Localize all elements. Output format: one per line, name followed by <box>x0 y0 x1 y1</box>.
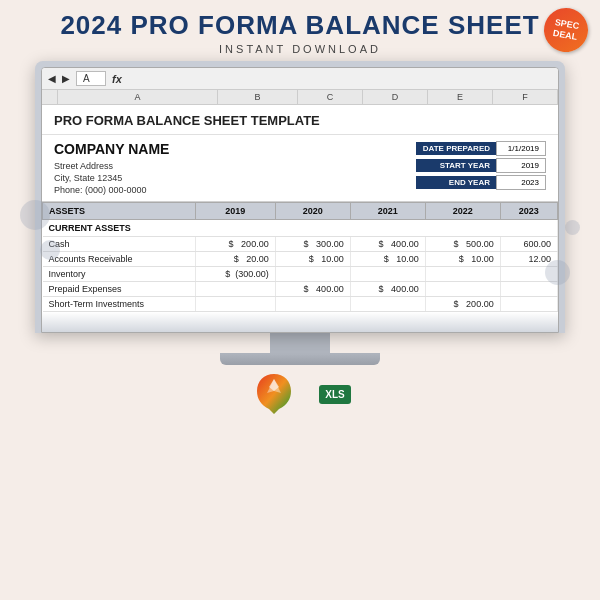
ar-2020: $ 10.00 <box>275 252 350 267</box>
sheet-title: PRO FORMA BALANCE SHEET TEMPLATE <box>42 105 558 135</box>
prepaid-2019 <box>195 282 275 297</box>
col-header-d: D <box>363 90 428 104</box>
monitor-screen: ◀ ▶ A fx A B C D E F G PRO FORMA BALANCE… <box>41 67 559 333</box>
inventory-label: Inventory <box>43 267 196 282</box>
company-info-right: DATE PREPARED 1/1/2019 START YEAR 2019 E… <box>416 141 546 195</box>
xlsx-badge: XLS <box>319 385 350 404</box>
decorative-dot <box>545 260 570 285</box>
prepaid-2022 <box>425 282 500 297</box>
cash-label: Cash <box>43 237 196 252</box>
year-2021-header: 2021 <box>350 203 425 220</box>
cash-2023: 600.00 <box>500 237 557 252</box>
decorative-dot <box>20 200 50 230</box>
prepaid-label: Prepaid Expenses <box>43 282 196 297</box>
toolbar-arrow-right: ▶ <box>62 73 70 84</box>
current-assets-header-row: CURRENT ASSETS <box>43 220 558 237</box>
inventory-2021 <box>350 267 425 282</box>
col-header-g: G <box>558 90 559 104</box>
table-row: Short-Term Investments $ 200.00 <box>43 297 558 312</box>
bottom-branding: XLS <box>249 369 350 419</box>
col-header-a: A <box>58 90 218 104</box>
start-year-row: START YEAR 2019 <box>416 158 546 173</box>
col-header-num <box>42 90 58 104</box>
year-2023-header: 2023 <box>500 203 557 220</box>
monitor-stand-base <box>220 353 380 365</box>
phone: Phone: (000) 000-0000 <box>54 185 416 195</box>
col-header-c: C <box>298 90 363 104</box>
toolbar-arrow-left: ◀ <box>48 73 56 84</box>
col-header-f: F <box>493 90 558 104</box>
monitor-stand-neck <box>270 333 330 353</box>
prepaid-2020: $ 400.00 <box>275 282 350 297</box>
current-assets-label: CURRENT ASSETS <box>43 220 558 237</box>
subtitle: INSTANT DOWNLOAD <box>10 43 590 55</box>
company-name: COMPANY NAME <box>54 141 416 157</box>
year-2020-header: 2020 <box>275 203 350 220</box>
screen-fade <box>42 312 558 332</box>
company-section: COMPANY NAME Street Address City, State … <box>42 135 558 202</box>
column-headers: A B C D E F G <box>42 90 558 105</box>
ar-2021: $ 10.00 <box>350 252 425 267</box>
assets-header: ASSETS <box>43 203 196 220</box>
inventory-2019: $ (300.00) <box>195 267 275 282</box>
table-row: Inventory $ (300.00) <box>43 267 558 282</box>
decorative-dot <box>565 220 580 235</box>
decorative-dot <box>40 240 60 260</box>
end-year-row: END YEAR 2023 <box>416 175 546 190</box>
brand-logo <box>249 369 299 419</box>
year-2019-header: 2019 <box>195 203 275 220</box>
sti-2019 <box>195 297 275 312</box>
end-year-label: END YEAR <box>416 176 496 189</box>
inventory-2020 <box>275 267 350 282</box>
table-row: Prepaid Expenses $ 400.00 $ 400.00 <box>43 282 558 297</box>
cell-reference[interactable]: A <box>76 71 106 86</box>
start-year-value: 2019 <box>496 158 546 173</box>
start-year-label: START YEAR <box>416 159 496 172</box>
formula-icon: fx <box>112 73 122 85</box>
end-year-value: 2023 <box>496 175 546 190</box>
col-header-b: B <box>218 90 298 104</box>
inventory-2022 <box>425 267 500 282</box>
main-title: 2024 PRO FORMA BALANCE SHEET <box>10 10 590 41</box>
city-state: City, State 12345 <box>54 173 416 183</box>
sti-label: Short-Term Investments <box>43 297 196 312</box>
table-row: Accounts Receivable $ 20.00 $ 10.00 $ 10… <box>43 252 558 267</box>
table-row: Cash $ 200.00 $ 300.00 $ 400.00 $ 500.00… <box>43 237 558 252</box>
year-2022-header: 2022 <box>425 203 500 220</box>
page-header: 2024 PRO FORMA BALANCE SHEET INSTANT DOW… <box>0 0 600 61</box>
date-prepared-row: DATE PREPARED 1/1/2019 <box>416 141 546 156</box>
prepaid-2021: $ 400.00 <box>350 282 425 297</box>
sti-2021 <box>350 297 425 312</box>
cash-2021: $ 400.00 <box>350 237 425 252</box>
date-prepared-value: 1/1/2019 <box>496 141 546 156</box>
assets-table: ASSETS 2019 2020 2021 2022 2023 CURRENT … <box>42 202 558 312</box>
cash-2022: $ 500.00 <box>425 237 500 252</box>
sti-2020 <box>275 297 350 312</box>
monitor-frame: ◀ ▶ A fx A B C D E F G PRO FORMA BALANCE… <box>35 61 565 333</box>
prepaid-2023 <box>500 282 557 297</box>
sti-2022: $ 200.00 <box>425 297 500 312</box>
ar-label: Accounts Receivable <box>43 252 196 267</box>
ar-2019: $ 20.00 <box>195 252 275 267</box>
street-address: Street Address <box>54 161 416 171</box>
ar-2022: $ 10.00 <box>425 252 500 267</box>
col-header-e: E <box>428 90 493 104</box>
monitor-area: ◀ ▶ A fx A B C D E F G PRO FORMA BALANCE… <box>0 61 600 419</box>
cash-2019: $ 200.00 <box>195 237 275 252</box>
sti-2023 <box>500 297 557 312</box>
spreadsheet-toolbar: ◀ ▶ A fx <box>42 68 558 90</box>
date-prepared-label: DATE PREPARED <box>416 142 496 155</box>
company-info-left: COMPANY NAME Street Address City, State … <box>54 141 416 195</box>
cash-2020: $ 300.00 <box>275 237 350 252</box>
